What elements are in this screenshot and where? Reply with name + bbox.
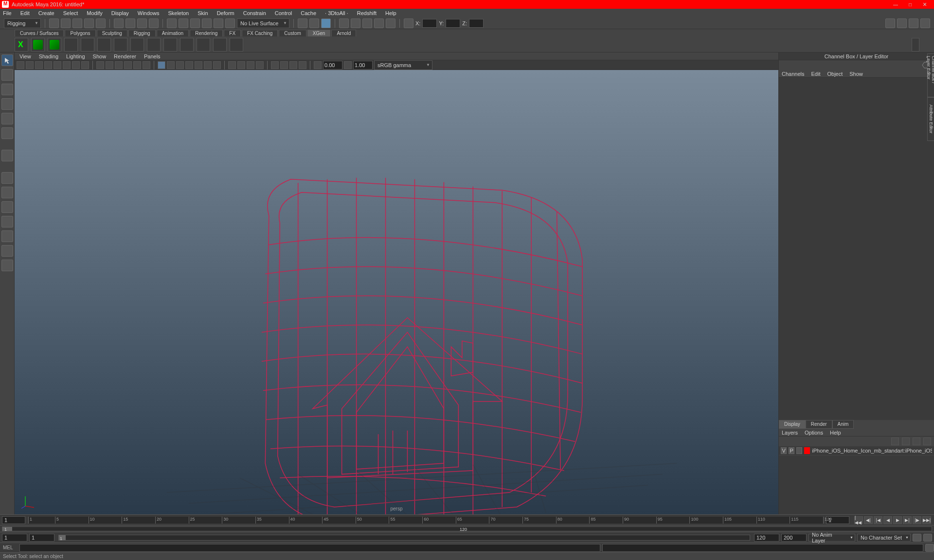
layout-custom-button[interactable] [1, 260, 13, 271]
step-back-button[interactable]: |◀ [874, 516, 882, 524]
vp-bookmark[interactable] [35, 61, 43, 69]
vp-menu-show[interactable]: Show [93, 53, 107, 59]
shelf-tab-xgen[interactable]: XGen [307, 30, 331, 36]
channel-box-button[interactable] [920, 18, 930, 28]
range-start-input[interactable]: 1 [2, 534, 27, 542]
snap-point-button[interactable] [190, 18, 200, 28]
time-start-field[interactable]: 1 [2, 516, 25, 524]
arrow-button[interactable] [149, 18, 159, 28]
cb-menu-channels[interactable]: Channels [782, 71, 804, 77]
command-input[interactable] [19, 544, 600, 552]
autokey-button[interactable] [913, 534, 921, 542]
vp-lock-camera[interactable] [26, 61, 34, 69]
vp-2d-pan[interactable] [54, 61, 61, 69]
panel-layout-button[interactable] [404, 18, 413, 28]
rotate-tool[interactable] [1, 113, 13, 124]
modeling-toolkit-button[interactable] [885, 18, 895, 28]
layer-new-empty-icon[interactable] [913, 438, 920, 445]
layer-display-type[interactable] [796, 447, 802, 454]
shelf-button-12[interactable] [197, 38, 210, 52]
vp-gate-mask[interactable] [106, 61, 113, 69]
vp-textured[interactable] [167, 61, 175, 69]
render-button[interactable] [339, 18, 349, 28]
shelf-tab-animation[interactable]: Animation [157, 30, 189, 36]
x-input[interactable] [422, 19, 437, 28]
cb-menu-show[interactable]: Show [849, 71, 863, 77]
step-forward-button[interactable]: ▶| [903, 516, 912, 524]
vp-selected-lights[interactable] [247, 61, 254, 69]
layer-tab-render[interactable]: Render [806, 420, 832, 429]
vp-default-light[interactable] [228, 61, 236, 69]
character-set-selector[interactable]: No Character Set [857, 534, 911, 542]
range-slider[interactable]: 1120 [2, 526, 932, 531]
vp-motion-blur[interactable] [204, 61, 212, 69]
vp-safe-title[interactable] [133, 61, 141, 69]
menu-display[interactable]: Display [111, 10, 129, 16]
shelf-button-2[interactable] [31, 38, 45, 52]
menu-deform[interactable]: Deform [217, 10, 234, 16]
script-editor-button[interactable] [925, 544, 934, 552]
vp-safe-action[interactable] [124, 61, 132, 69]
shelf-button-10[interactable] [163, 38, 177, 52]
vp-menu-view[interactable]: View [19, 53, 31, 59]
vp-menu-shading[interactable]: Shading [39, 53, 58, 59]
playback-start-input[interactable]: 1 [29, 534, 54, 542]
xgen-shelf-button[interactable] [15, 38, 28, 52]
vp-flat-light[interactable] [256, 61, 264, 69]
vp-exposure-input[interactable] [323, 61, 342, 70]
shelf-options-button[interactable] [912, 38, 919, 52]
workspace-selector[interactable]: Rigging [4, 18, 41, 28]
menu-create[interactable]: Create [38, 10, 54, 16]
side-tab-0[interactable]: Channel Box / Layer Editor [927, 53, 934, 97]
shelf-tab-polygons[interactable]: Polygons [65, 30, 95, 36]
go-end-button[interactable]: ▶▶| [922, 516, 931, 524]
viewport[interactable]: persp [15, 70, 778, 514]
shelf-button-4[interactable] [64, 38, 78, 52]
y-input[interactable] [446, 19, 460, 28]
vp-exposure-icon[interactable] [314, 61, 322, 69]
prefs-button[interactable] [923, 534, 932, 542]
menu-dtoall[interactable]: · 3DtoAll · [325, 10, 348, 16]
menu-control[interactable]: Control [275, 10, 292, 16]
layout-single-button[interactable] [1, 172, 13, 184]
select-mode-button[interactable] [114, 18, 124, 28]
layer-playback-toggle[interactable]: P [789, 447, 794, 454]
menu-cache[interactable]: Cache [301, 10, 316, 16]
layout-three-button[interactable] [1, 216, 13, 228]
shelf-button-14[interactable] [230, 38, 243, 52]
menu-select[interactable]: Select [63, 10, 78, 16]
new-scene-button[interactable] [49, 18, 59, 28]
snap-center-button[interactable] [202, 18, 212, 28]
cmd-lang-label[interactable]: MEL [0, 545, 19, 550]
vp-field-chart[interactable] [115, 61, 123, 69]
shelf-tab-rendering[interactable]: Rendering [190, 30, 223, 36]
vp-isolate[interactable] [271, 61, 279, 69]
layer-menu-layers[interactable]: Layers [782, 430, 798, 436]
step-back-key-button[interactable]: ◀| [864, 516, 873, 524]
layer-menu-help[interactable]: Help [830, 430, 841, 436]
play-back-button[interactable]: ◀ [883, 516, 892, 524]
step-forward-key-button[interactable]: |▶ [913, 516, 921, 524]
last-tool[interactable] [1, 150, 13, 161]
scale-tool[interactable] [1, 127, 13, 139]
layer-visibility-toggle[interactable]: V [781, 447, 787, 454]
layout-outliner-button[interactable] [1, 230, 13, 242]
snap-view-button[interactable] [214, 18, 223, 28]
shelf-tab-rigging[interactable]: Rigging [128, 30, 156, 36]
snap-grid-button[interactable] [167, 18, 177, 28]
layout-two-button[interactable] [1, 201, 13, 213]
menu-edit[interactable]: Edit [20, 10, 30, 16]
shelf-tab-sculpting[interactable]: Sculpting [97, 30, 127, 36]
paint-tool[interactable] [1, 84, 13, 95]
input-button[interactable] [309, 18, 319, 28]
vp-select-camera[interactable] [17, 61, 24, 69]
range-thumb[interactable]: 1 [2, 527, 12, 531]
undo-button[interactable] [84, 18, 94, 28]
menu-help[interactable]: Help [385, 10, 396, 16]
layer-tab-display[interactable]: Display [779, 420, 806, 429]
vp-ao[interactable] [195, 61, 202, 69]
menu-file[interactable]: File [3, 10, 12, 16]
layer-menu-options[interactable]: Options [805, 430, 823, 436]
save-scene-button[interactable] [72, 18, 82, 28]
vp-xaxis[interactable] [299, 61, 306, 69]
